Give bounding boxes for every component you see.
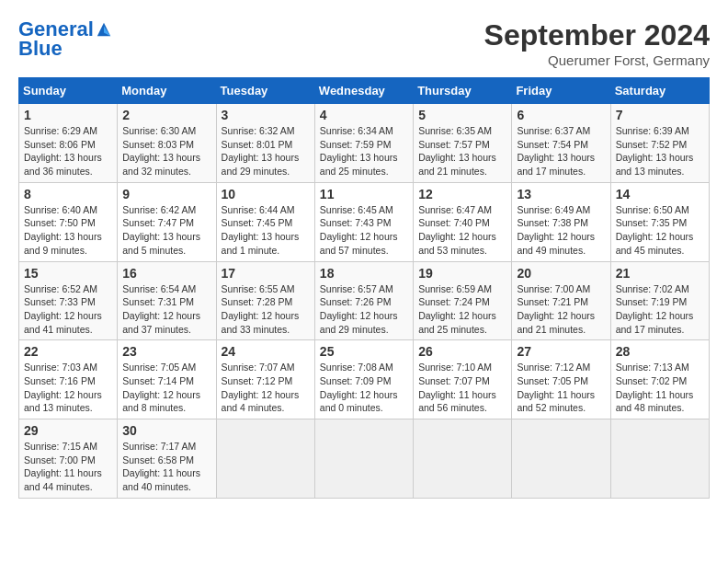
calendar-week-3: 15 Sunrise: 6:52 AM Sunset: 7:33 PM Dayl… [19,261,710,340]
daylight-text: Daylight: 13 hours and 1 minute. [222,230,310,257]
page-header: General Blue September 2024 Querumer For… [18,18,710,68]
calendar-cell: 27 Sunrise: 7:12 AM Sunset: 7:05 PM Dayl… [512,340,610,419]
day-number: 19 [418,266,506,281]
day-number: 15 [24,266,112,281]
cell-info: Sunrise: 6:32 AM Sunset: 8:01 PM Dayligh… [222,124,310,178]
daylight-text: Daylight: 12 hours and 25 minutes. [418,309,506,336]
sunset-text: Sunset: 7:16 PM [24,374,112,388]
day-number: 26 [418,344,506,359]
calendar-week-4: 22 Sunrise: 7:03 AM Sunset: 7:16 PM Dayl… [19,340,710,419]
day-number: 14 [616,187,704,201]
sunset-text: Sunset: 8:01 PM [222,138,310,152]
month-title: September 2024 [484,18,710,52]
sunset-text: Sunset: 7:47 PM [122,216,210,230]
sunrise-text: Sunrise: 6:55 AM [222,282,310,296]
daylight-text: Daylight: 12 hours and 33 minutes. [222,309,310,336]
cell-info: Sunrise: 6:40 AM Sunset: 7:50 PM Dayligh… [24,203,112,258]
sunrise-text: Sunrise: 6:47 AM [418,203,506,217]
logo: General Blue [18,18,116,61]
col-header-thursday: Thursday [414,78,512,104]
daylight-text: Daylight: 12 hours and 8 minutes. [122,388,210,415]
sunrise-text: Sunrise: 7:10 AM [418,361,506,374]
cell-info: Sunrise: 6:39 AM Sunset: 7:52 PM Dayligh… [616,124,704,178]
cell-info: Sunrise: 7:07 AM Sunset: 7:12 PM Dayligh… [222,361,310,415]
daylight-text: Daylight: 12 hours and 29 minutes. [320,309,408,336]
calendar-cell: 6 Sunrise: 6:37 AM Sunset: 7:54 PM Dayli… [512,104,610,183]
calendar-cell: 20 Sunrise: 7:00 AM Sunset: 7:21 PM Dayl… [512,261,610,340]
cell-info: Sunrise: 6:52 AM Sunset: 7:33 PM Dayligh… [24,282,112,337]
sunrise-text: Sunrise: 6:54 AM [122,282,210,296]
daylight-text: Daylight: 12 hours and 13 minutes. [24,388,112,415]
daylight-text: Daylight: 12 hours and 17 minutes. [616,309,704,336]
sunset-text: Sunset: 7:31 PM [122,295,210,309]
sunset-text: Sunset: 7:05 PM [517,374,605,388]
daylight-text: Daylight: 11 hours and 56 minutes. [418,388,506,415]
cell-info: Sunrise: 6:59 AM Sunset: 7:24 PM Dayligh… [418,282,506,337]
sunset-text: Sunset: 7:57 PM [418,138,506,152]
sunrise-text: Sunrise: 6:59 AM [418,282,506,296]
calendar-week-2: 8 Sunrise: 6:40 AM Sunset: 7:50 PM Dayli… [19,182,710,261]
sunrise-text: Sunrise: 7:07 AM [222,361,310,374]
day-number: 18 [320,266,408,281]
calendar-cell: 14 Sunrise: 6:50 AM Sunset: 7:35 PM Dayl… [610,182,709,261]
daylight-text: Daylight: 13 hours and 9 minutes. [24,230,112,257]
sunrise-text: Sunrise: 6:30 AM [122,124,210,138]
daylight-text: Daylight: 13 hours and 25 minutes. [320,151,408,178]
cell-info: Sunrise: 7:13 AM Sunset: 7:02 PM Dayligh… [616,361,704,415]
sunset-text: Sunset: 7:14 PM [122,374,210,388]
sunrise-text: Sunrise: 6:32 AM [222,124,310,138]
calendar-week-1: 1 Sunrise: 6:29 AM Sunset: 8:06 PM Dayli… [19,104,710,183]
cell-info: Sunrise: 6:44 AM Sunset: 7:45 PM Dayligh… [222,203,310,258]
cell-info: Sunrise: 7:08 AM Sunset: 7:09 PM Dayligh… [320,361,408,415]
calendar-cell: 21 Sunrise: 7:02 AM Sunset: 7:19 PM Dayl… [610,261,709,340]
sunset-text: Sunset: 7:54 PM [517,138,605,152]
day-number: 27 [517,344,605,359]
col-header-saturday: Saturday [610,78,709,104]
sunrise-text: Sunrise: 6:34 AM [320,124,408,138]
calendar-cell: 8 Sunrise: 6:40 AM Sunset: 7:50 PM Dayli… [19,182,118,261]
day-number: 9 [122,187,210,201]
day-number: 20 [517,266,605,281]
calendar-cell: 28 Sunrise: 7:13 AM Sunset: 7:02 PM Dayl… [610,340,709,419]
col-header-wednesday: Wednesday [314,78,413,104]
sunrise-text: Sunrise: 6:39 AM [616,124,704,138]
sunset-text: Sunset: 7:09 PM [320,374,408,388]
calendar-cell [314,419,413,499]
sunrise-text: Sunrise: 7:03 AM [24,361,112,374]
calendar-cell: 25 Sunrise: 7:08 AM Sunset: 7:09 PM Dayl… [314,340,413,419]
sunrise-text: Sunrise: 6:52 AM [24,282,112,296]
calendar-cell [414,419,512,499]
daylight-text: Daylight: 12 hours and 53 minutes. [418,230,506,257]
col-header-friday: Friday [512,78,610,104]
day-number: 11 [320,187,408,201]
cell-info: Sunrise: 7:10 AM Sunset: 7:07 PM Dayligh… [418,361,506,415]
daylight-text: Daylight: 13 hours and 36 minutes. [24,151,112,178]
day-number: 1 [24,108,112,122]
day-number: 5 [418,108,506,122]
sunrise-text: Sunrise: 6:35 AM [418,124,506,138]
cell-info: Sunrise: 6:57 AM Sunset: 7:26 PM Dayligh… [320,282,408,337]
daylight-text: Daylight: 11 hours and 52 minutes. [517,388,605,415]
calendar-cell [512,419,610,499]
daylight-text: Daylight: 12 hours and 4 minutes. [222,388,310,415]
cell-info: Sunrise: 6:54 AM Sunset: 7:31 PM Dayligh… [122,282,210,337]
cell-info: Sunrise: 6:45 AM Sunset: 7:43 PM Dayligh… [320,203,408,258]
sunrise-text: Sunrise: 6:37 AM [517,124,605,138]
day-number: 30 [122,423,210,438]
sunrise-text: Sunrise: 6:29 AM [24,124,112,138]
daylight-text: Daylight: 12 hours and 21 minutes. [517,309,605,336]
col-header-sunday: Sunday [19,78,118,104]
calendar-cell: 30 Sunrise: 7:17 AM Sunset: 6:58 PM Dayl… [118,419,216,499]
sunset-text: Sunset: 7:00 PM [24,454,112,467]
calendar-table: SundayMondayTuesdayWednesdayThursdayFrid… [18,77,710,499]
day-number: 25 [320,344,408,359]
sunset-text: Sunset: 7:28 PM [222,295,310,309]
cell-info: Sunrise: 6:49 AM Sunset: 7:38 PM Dayligh… [517,203,605,258]
day-number: 22 [24,344,112,359]
cell-info: Sunrise: 6:34 AM Sunset: 7:59 PM Dayligh… [320,124,408,178]
sunset-text: Sunset: 7:24 PM [418,295,506,309]
title-block: September 2024 Querumer Forst, Germany [484,18,710,68]
cell-info: Sunrise: 6:37 AM Sunset: 7:54 PM Dayligh… [517,124,605,178]
sunrise-text: Sunrise: 7:15 AM [24,440,112,454]
sunset-text: Sunset: 8:06 PM [24,138,112,152]
